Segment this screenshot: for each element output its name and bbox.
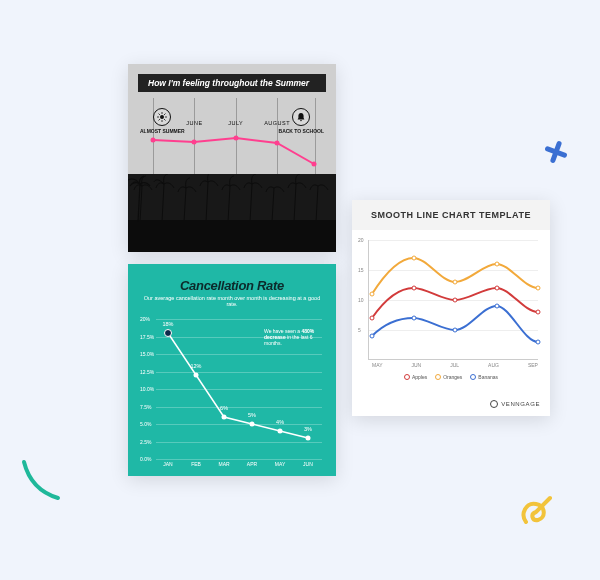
smooth-line-template-card[interactable]: SMOOTH LINE CHART TEMPLATE 20 15 10 5 xyxy=(352,200,550,416)
svg-point-14 xyxy=(275,141,280,146)
data-label: 4% xyxy=(276,419,284,425)
brand-ring-icon xyxy=(490,400,498,408)
y-tick: 20 xyxy=(358,237,364,243)
svg-point-11 xyxy=(151,138,156,143)
y-tick: 10 xyxy=(358,297,364,303)
card-title: SMOOTH LINE CHART TEMPLATE xyxy=(352,200,550,230)
cancellation-rate-card[interactable]: Cancellation Rate Our average cancellati… xyxy=(128,264,336,476)
data-point xyxy=(278,429,283,434)
x-tick: MAY xyxy=(275,461,285,467)
card-title: Cancellation Rate xyxy=(140,278,324,293)
callout-annotation: We have seen a 480% decrease in the last… xyxy=(264,328,322,346)
data-label: 12% xyxy=(190,363,201,369)
data-point xyxy=(194,373,199,378)
svg-rect-16 xyxy=(128,220,336,252)
x-tick-row: MAY JUN JUL AUG SEP xyxy=(372,362,538,368)
x-tick: APR xyxy=(247,461,257,467)
card-title: How I'm feeling throughout the Summer xyxy=(138,74,326,92)
x-tick: FEB xyxy=(191,461,201,467)
data-point xyxy=(222,415,227,420)
svg-point-15 xyxy=(312,162,317,167)
summer-feelings-card[interactable]: How I'm feeling throughout the Summer AL… xyxy=(128,64,336,252)
legend: Apples Oranges Bananas xyxy=(352,374,550,380)
svg-point-13 xyxy=(234,136,239,141)
curve-doodle-icon xyxy=(18,458,62,502)
summer-chart: ALMOST SUMMER BACK TO SCHOOL JUNE JULY A… xyxy=(138,98,326,178)
data-label: 3% xyxy=(304,426,312,432)
card-subtitle: Our average cancellation rate month over… xyxy=(140,295,324,307)
smooth-line-chart: 20 15 10 5 xyxy=(372,240,538,360)
data-label: 5% xyxy=(248,412,256,418)
data-point xyxy=(305,436,310,441)
x-tick: MAR xyxy=(219,461,230,467)
x-tick: JAN xyxy=(163,461,172,467)
data-point xyxy=(249,422,254,427)
brand-label: VENNGAGE xyxy=(490,400,540,408)
palm-silhouette xyxy=(128,174,336,252)
squiggle-doodle-icon xyxy=(516,492,556,528)
data-point xyxy=(164,329,172,337)
svg-point-12 xyxy=(192,140,197,145)
svg-line-1 xyxy=(548,149,565,155)
data-label: 18% xyxy=(162,321,173,327)
plus-doodle-icon xyxy=(544,140,568,164)
y-tick: 5 xyxy=(358,327,361,333)
x-tick: JUN xyxy=(303,461,313,467)
y-tick: 15 xyxy=(358,267,364,273)
data-label: 6% xyxy=(220,405,228,411)
